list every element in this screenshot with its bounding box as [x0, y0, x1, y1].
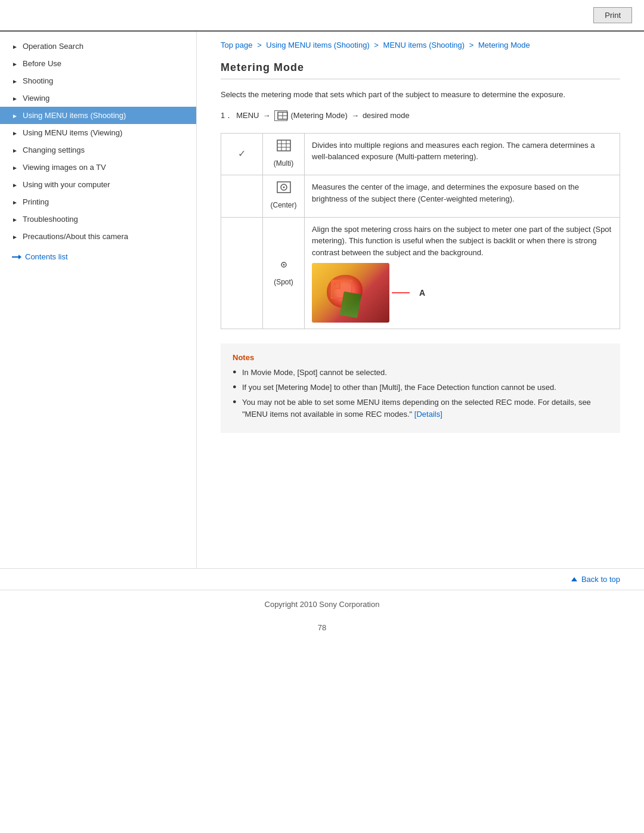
print-button[interactable]: Print	[593, 7, 632, 23]
sidebar-item-label: Troubleshooting	[23, 215, 78, 224]
sidebar-arrow-icon: ►	[12, 44, 18, 49]
checkmark-icon: ✓	[238, 148, 246, 159]
breadcrumb-sep-1: >	[257, 41, 264, 49]
spot-icon-cell: (Spot)	[263, 217, 305, 329]
sidebar-item-label: Viewing	[23, 94, 49, 103]
sidebar-item-label: Changing settings	[23, 145, 85, 154]
center-description: Measures the center of the image, and de…	[305, 175, 620, 218]
breadcrumb-link-3[interactable]: MENU items (Shooting)	[383, 41, 465, 49]
spot-mode-icon	[270, 259, 297, 275]
breadcrumb-sep-2: >	[374, 41, 380, 49]
sidebar-item-4[interactable]: ►Using MENU items (Shooting)	[0, 107, 196, 124]
sidebar-item-1[interactable]: ►Before Use	[0, 55, 196, 72]
sidebar-arrow-icon: ►	[12, 78, 18, 84]
multi-icon-cell: (Multi)	[263, 133, 305, 175]
details-link[interactable]: [Details]	[414, 410, 442, 419]
svg-point-12	[283, 264, 284, 265]
sidebar-item-2[interactable]: ►Shooting	[0, 72, 196, 89]
spot-description: Align the spot metering cross hairs on t…	[305, 217, 620, 329]
breadcrumb-link-4[interactable]: Metering Mode	[478, 41, 530, 49]
notes-section: Notes In Movie Mode, [Spot] cannot be se…	[221, 343, 620, 433]
sidebar-item-11[interactable]: ►Precautions/About this camera	[0, 228, 196, 245]
sidebar-item-label: Shooting	[23, 76, 53, 85]
back-to-top-row: Back to top	[0, 568, 644, 590]
step-icon-label: (Metering Mode)	[291, 111, 348, 120]
step-desired-mode: desired mode	[363, 111, 410, 120]
footer: Copyright 2010 Sony Corporation	[0, 590, 644, 618]
metering-mode-icon	[274, 110, 287, 121]
triangle-up-icon	[571, 577, 577, 581]
center-label: (Center)	[270, 201, 296, 209]
notes-list: In Movie Mode, [Spot] cannot be selected…	[233, 367, 608, 421]
main-layout: ►Operation Search►Before Use►Shooting►Vi…	[0, 32, 644, 568]
breadcrumb: Top page > Using MENU items (Shooting) >…	[221, 41, 620, 49]
header: Cyber-shot User Guide Print	[0, 0, 644, 32]
svg-point-10	[283, 187, 284, 188]
spot-label: (Spot)	[274, 278, 293, 286]
breadcrumb-link-2[interactable]: Using MENU items (Shooting)	[266, 41, 369, 49]
sidebar-item-label: Using with your computer	[23, 180, 110, 189]
step-arrow-2: →	[351, 111, 359, 120]
center-empty-cell	[221, 175, 263, 218]
page-number: 78	[0, 618, 644, 637]
step-arrow-1: →	[263, 111, 271, 120]
multi-checkmark-cell: ✓	[221, 133, 263, 175]
sidebar-arrow-icon: ►	[12, 130, 18, 136]
sidebar-item-7[interactable]: ►Viewing images on a TV	[0, 159, 196, 176]
back-to-top-link[interactable]: Back to top	[571, 575, 620, 584]
sidebar-item-label: Precautions/About this camera	[23, 232, 128, 241]
contents-list-label: Contents list	[25, 252, 68, 261]
table-row: (Center) Measures the center of the imag…	[221, 175, 620, 218]
notes-title: Notes	[233, 353, 608, 362]
sidebar-item-label: Operation Search	[23, 42, 83, 51]
sidebar-item-8[interactable]: ►Using with your computer	[0, 176, 196, 193]
svg-rect-3	[277, 140, 290, 151]
spot-empty-cell	[221, 217, 263, 329]
sidebar-arrow-icon: ►	[12, 216, 18, 222]
sidebar-arrow-icon: ►	[12, 95, 18, 101]
sidebar-item-0[interactable]: ►Operation Search	[0, 38, 196, 55]
page-title: Metering Mode	[221, 61, 620, 79]
app-title: Cyber-shot User Guide	[12, 10, 172, 21]
sidebar-item-5[interactable]: ►Using MENU items (Viewing)	[0, 124, 196, 141]
sidebar-arrow-icon: ►	[12, 234, 18, 240]
sidebar-item-3[interactable]: ►Viewing	[0, 89, 196, 107]
table-row: ✓ (Multi)	[221, 133, 620, 175]
spot-description-text: Align the spot metering cross hairs on t…	[312, 225, 611, 257]
breadcrumb-link-1[interactable]: Top page	[221, 41, 253, 49]
flower-image	[312, 263, 389, 323]
step-menu-label: MENU	[236, 111, 259, 120]
sidebar-arrow-icon: ►	[12, 61, 18, 67]
sidebar-item-label: Printing	[23, 197, 49, 206]
sidebar-item-9[interactable]: ►Printing	[0, 193, 196, 210]
spot-line-indicator	[392, 292, 410, 293]
sidebar-arrow-icon: ►	[12, 182, 18, 188]
sidebar-item-label: Using MENU items (Viewing)	[23, 128, 122, 137]
step-number: 1．	[221, 110, 233, 121]
spot-image-container: A	[312, 263, 612, 323]
sidebar: ►Operation Search►Before Use►Shooting►Vi…	[0, 32, 197, 568]
sidebar-item-6[interactable]: ►Changing settings	[0, 141, 196, 159]
sidebar-item-10[interactable]: ►Troubleshooting	[0, 210, 196, 228]
center-icon-cell: (Center)	[263, 175, 305, 218]
sidebar-arrow-icon: ►	[12, 199, 18, 205]
main-content: Top page > Using MENU items (Shooting) >…	[197, 32, 644, 568]
sidebar-arrow-icon: ►	[12, 165, 18, 171]
contents-list-link[interactable]: Contents list	[0, 245, 196, 268]
notes-item-3: You may not be able to set some MENU ite…	[233, 397, 608, 422]
step-instruction: 1． MENU → (Metering Mode) → desired mode	[221, 110, 620, 121]
sidebar-arrow-icon: ►	[12, 113, 18, 119]
multi-label: (Multi)	[274, 159, 293, 168]
sidebar-item-label: Viewing images on a TV	[23, 163, 106, 172]
mode-table: ✓ (Multi)	[221, 133, 620, 330]
table-row: (Spot) Align the spot metering cross hai…	[221, 217, 620, 329]
multi-description: Divides into multiple regions and measur…	[305, 133, 620, 175]
copyright-text: Copyright 2010 Sony Corporation	[265, 600, 380, 609]
sidebar-arrow-icon: ►	[12, 147, 18, 153]
sidebar-item-label: Before Use	[23, 59, 61, 68]
spot-a-label: A	[419, 287, 425, 299]
multi-mode-icon	[270, 140, 297, 156]
notes-item-1: In Movie Mode, [Spot] cannot be selected…	[233, 367, 608, 379]
notes-item-2: If you set [Metering Mode] to other than…	[233, 382, 608, 394]
description-text: Selects the metering mode that sets whic…	[221, 89, 620, 101]
